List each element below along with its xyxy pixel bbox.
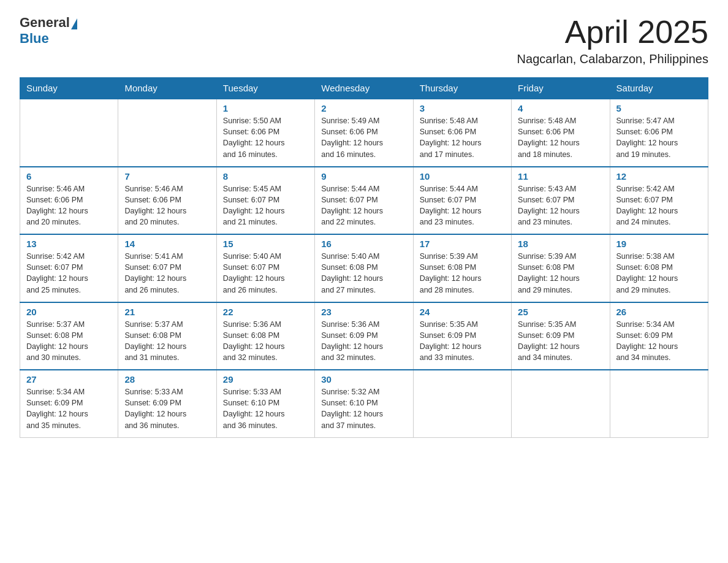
weekday-header-row: SundayMondayTuesdayWednesdayThursdayFrid… (20, 78, 708, 99)
day-number: 10 (420, 171, 505, 182)
day-info: Sunrise: 5:46 AM Sunset: 6:06 PM Dayligh… (26, 183, 112, 228)
calendar-cell: 23Sunrise: 5:36 AM Sunset: 6:09 PM Dayli… (315, 302, 413, 370)
day-info: Sunrise: 5:41 AM Sunset: 6:07 PM Dayligh… (124, 251, 210, 296)
page-header: General Blue April 2025 Nagcarlan, Calab… (20, 15, 708, 66)
calendar-week-row: 6Sunrise: 5:46 AM Sunset: 6:06 PM Daylig… (20, 167, 708, 235)
day-number: 7 (124, 171, 210, 182)
calendar-cell: 14Sunrise: 5:41 AM Sunset: 6:07 PM Dayli… (118, 234, 216, 302)
day-info: Sunrise: 5:47 AM Sunset: 6:06 PM Dayligh… (616, 115, 702, 160)
day-number: 12 (616, 171, 702, 182)
calendar-cell: 7Sunrise: 5:46 AM Sunset: 6:06 PM Daylig… (118, 167, 216, 235)
logo: General Blue (20, 15, 77, 47)
weekday-header-tuesday: Tuesday (216, 78, 314, 99)
day-info: Sunrise: 5:35 AM Sunset: 6:09 PM Dayligh… (518, 319, 603, 364)
day-info: Sunrise: 5:42 AM Sunset: 6:07 PM Dayligh… (616, 183, 702, 228)
day-number: 16 (321, 239, 406, 249)
day-number: 15 (223, 239, 308, 249)
calendar-cell: 6Sunrise: 5:46 AM Sunset: 6:06 PM Daylig… (20, 167, 118, 235)
calendar-cell: 25Sunrise: 5:35 AM Sunset: 6:09 PM Dayli… (512, 302, 610, 370)
day-info: Sunrise: 5:40 AM Sunset: 6:08 PM Dayligh… (321, 251, 406, 296)
day-info: Sunrise: 5:45 AM Sunset: 6:07 PM Dayligh… (223, 183, 308, 228)
day-number: 22 (223, 307, 308, 317)
day-number: 29 (223, 374, 308, 385)
day-info: Sunrise: 5:34 AM Sunset: 6:09 PM Dayligh… (616, 319, 702, 364)
day-info: Sunrise: 5:48 AM Sunset: 6:06 PM Dayligh… (518, 115, 603, 160)
calendar-cell: 3Sunrise: 5:48 AM Sunset: 6:06 PM Daylig… (413, 99, 511, 167)
calendar-week-row: 13Sunrise: 5:42 AM Sunset: 6:07 PM Dayli… (20, 234, 708, 302)
day-number: 2 (321, 103, 406, 113)
day-number: 5 (616, 103, 702, 113)
weekday-header-sunday: Sunday (20, 78, 118, 99)
day-info: Sunrise: 5:48 AM Sunset: 6:06 PM Dayligh… (420, 115, 505, 160)
calendar-cell: 24Sunrise: 5:35 AM Sunset: 6:09 PM Dayli… (413, 302, 511, 370)
calendar-table: SundayMondayTuesdayWednesdayThursdayFrid… (20, 77, 708, 438)
day-info: Sunrise: 5:33 AM Sunset: 6:10 PM Dayligh… (223, 386, 308, 431)
calendar-cell: 9Sunrise: 5:44 AM Sunset: 6:07 PM Daylig… (315, 167, 413, 235)
title-block: April 2025 Nagcarlan, Calabarzon, Philip… (517, 15, 708, 66)
day-number: 1 (223, 103, 308, 113)
day-info: Sunrise: 5:49 AM Sunset: 6:06 PM Dayligh… (321, 115, 406, 160)
calendar-cell: 5Sunrise: 5:47 AM Sunset: 6:06 PM Daylig… (610, 99, 708, 167)
calendar-cell: 4Sunrise: 5:48 AM Sunset: 6:06 PM Daylig… (512, 99, 610, 167)
day-info: Sunrise: 5:44 AM Sunset: 6:07 PM Dayligh… (420, 183, 505, 228)
calendar-cell (20, 99, 118, 167)
day-info: Sunrise: 5:43 AM Sunset: 6:07 PM Dayligh… (518, 183, 603, 228)
day-info: Sunrise: 5:38 AM Sunset: 6:08 PM Dayligh… (616, 251, 702, 296)
day-number: 4 (518, 103, 603, 113)
logo-triangle-icon (71, 18, 77, 29)
calendar-cell: 10Sunrise: 5:44 AM Sunset: 6:07 PM Dayli… (413, 167, 511, 235)
day-number: 9 (321, 171, 406, 182)
day-number: 20 (26, 307, 112, 317)
day-number: 27 (26, 374, 112, 385)
weekday-header-friday: Friday (512, 78, 610, 99)
day-number: 3 (420, 103, 505, 113)
calendar-cell: 15Sunrise: 5:40 AM Sunset: 6:07 PM Dayli… (216, 234, 314, 302)
calendar-title: April 2025 (517, 15, 708, 50)
day-number: 23 (321, 307, 406, 317)
calendar-cell: 18Sunrise: 5:39 AM Sunset: 6:08 PM Dayli… (512, 234, 610, 302)
calendar-cell: 1Sunrise: 5:50 AM Sunset: 6:06 PM Daylig… (216, 99, 314, 167)
calendar-cell (413, 370, 511, 437)
day-info: Sunrise: 5:46 AM Sunset: 6:06 PM Dayligh… (124, 183, 210, 228)
day-number: 14 (124, 239, 210, 249)
day-info: Sunrise: 5:50 AM Sunset: 6:06 PM Dayligh… (223, 115, 308, 160)
day-info: Sunrise: 5:40 AM Sunset: 6:07 PM Dayligh… (223, 251, 308, 296)
day-info: Sunrise: 5:37 AM Sunset: 6:08 PM Dayligh… (26, 319, 112, 364)
calendar-cell: 16Sunrise: 5:40 AM Sunset: 6:08 PM Dayli… (315, 234, 413, 302)
logo-blue-text: Blue (20, 31, 49, 47)
day-number: 28 (124, 374, 210, 385)
day-number: 26 (616, 307, 702, 317)
calendar-cell: 30Sunrise: 5:32 AM Sunset: 6:10 PM Dayli… (315, 370, 413, 437)
day-info: Sunrise: 5:42 AM Sunset: 6:07 PM Dayligh… (26, 251, 112, 296)
calendar-cell (512, 370, 610, 437)
weekday-header-wednesday: Wednesday (315, 78, 413, 99)
calendar-cell: 8Sunrise: 5:45 AM Sunset: 6:07 PM Daylig… (216, 167, 314, 235)
day-info: Sunrise: 5:39 AM Sunset: 6:08 PM Dayligh… (518, 251, 603, 296)
day-number: 17 (420, 239, 505, 249)
day-info: Sunrise: 5:44 AM Sunset: 6:07 PM Dayligh… (321, 183, 406, 228)
weekday-header-monday: Monday (118, 78, 216, 99)
calendar-cell: 12Sunrise: 5:42 AM Sunset: 6:07 PM Dayli… (610, 167, 708, 235)
calendar-cell: 21Sunrise: 5:37 AM Sunset: 6:08 PM Dayli… (118, 302, 216, 370)
day-number: 18 (518, 239, 603, 249)
calendar-cell: 13Sunrise: 5:42 AM Sunset: 6:07 PM Dayli… (20, 234, 118, 302)
day-number: 25 (518, 307, 603, 317)
day-number: 6 (26, 171, 112, 182)
calendar-cell: 29Sunrise: 5:33 AM Sunset: 6:10 PM Dayli… (216, 370, 314, 437)
day-number: 24 (420, 307, 505, 317)
day-number: 11 (518, 171, 603, 182)
day-info: Sunrise: 5:36 AM Sunset: 6:08 PM Dayligh… (223, 319, 308, 364)
day-number: 13 (26, 239, 112, 249)
calendar-cell: 2Sunrise: 5:49 AM Sunset: 6:06 PM Daylig… (315, 99, 413, 167)
calendar-cell: 28Sunrise: 5:33 AM Sunset: 6:09 PM Dayli… (118, 370, 216, 437)
calendar-week-row: 1Sunrise: 5:50 AM Sunset: 6:06 PM Daylig… (20, 99, 708, 167)
weekday-header-saturday: Saturday (610, 78, 708, 99)
calendar-cell: 20Sunrise: 5:37 AM Sunset: 6:08 PM Dayli… (20, 302, 118, 370)
day-info: Sunrise: 5:33 AM Sunset: 6:09 PM Dayligh… (124, 386, 210, 431)
day-number: 21 (124, 307, 210, 317)
day-info: Sunrise: 5:39 AM Sunset: 6:08 PM Dayligh… (420, 251, 505, 296)
day-info: Sunrise: 5:35 AM Sunset: 6:09 PM Dayligh… (420, 319, 505, 364)
calendar-cell: 27Sunrise: 5:34 AM Sunset: 6:09 PM Dayli… (20, 370, 118, 437)
day-info: Sunrise: 5:32 AM Sunset: 6:10 PM Dayligh… (321, 386, 406, 431)
logo-general-text: General (20, 15, 70, 31)
